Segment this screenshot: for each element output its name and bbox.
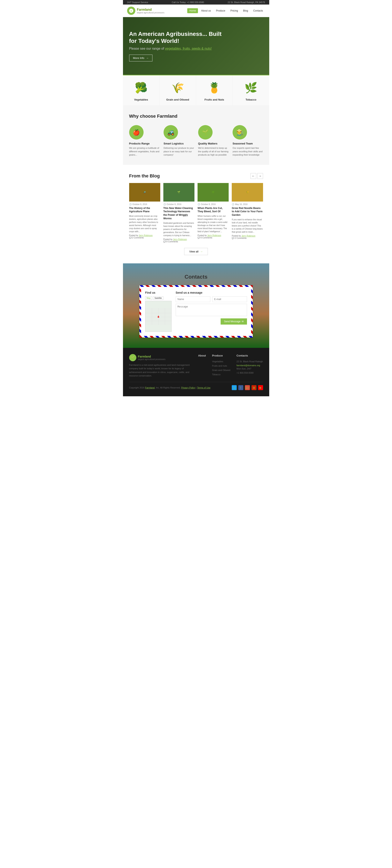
blog-post-3-excerpt: When humans suffer a cut, our blood coag… bbox=[198, 215, 229, 233]
blog-post-3-date: 🕐 October 8, 2016 bbox=[198, 203, 229, 206]
why-item-logistics: 🚜 Smart Logistics Delivering our produce… bbox=[164, 125, 194, 157]
footer-contacts-col: Contacts 22 St. Black Road Raleigh farml… bbox=[236, 354, 263, 378]
cat-label-tobacco: Tobacco bbox=[235, 98, 267, 101]
blog-post-2-comments: 0 Comments bbox=[166, 241, 178, 243]
seasoned-team-icon: 👨‍🌾 bbox=[233, 125, 247, 140]
map-tab-map[interactable]: Map bbox=[145, 296, 152, 300]
clock-icon-2: 🕐 bbox=[163, 203, 166, 206]
blog-post-4-image: 🌾 bbox=[232, 183, 263, 202]
contact-name-input[interactable] bbox=[176, 296, 210, 302]
products-range-icon: 🍎 bbox=[129, 125, 143, 140]
footer-privacy-link[interactable]: Privacy Policy bbox=[181, 386, 195, 389]
contact-email-input[interactable] bbox=[213, 296, 247, 302]
blog-post-3-comments: 0 Comments bbox=[201, 237, 213, 239]
find-us-title: Find us bbox=[145, 291, 172, 294]
nav-contacts[interactable]: Contacts bbox=[251, 8, 265, 13]
blog-section: From the Blog ← → 🚜 🕐 October 8, 2016 Th… bbox=[123, 165, 269, 264]
facebook-icon[interactable]: f bbox=[238, 385, 243, 390]
category-fruits[interactable]: 🍍 Fruits and Nuts bbox=[196, 75, 233, 105]
blog-next-button[interactable]: → bbox=[257, 173, 263, 179]
comment-icon: 💬 bbox=[129, 237, 132, 239]
why-item-logistics-desc: Delivering our produce to your place is … bbox=[164, 146, 194, 157]
footer-produce-link-4[interactable]: Tobacco bbox=[212, 373, 220, 376]
footer-contact-email[interactable]: farmland@domains.org bbox=[236, 364, 260, 367]
quality-matters-icon: 🌱 bbox=[198, 125, 213, 140]
category-vegetables[interactable]: 🥦 Vegetables bbox=[123, 75, 160, 105]
nav-pricing[interactable]: Pricing bbox=[228, 8, 240, 13]
nav-blog[interactable]: Blog bbox=[241, 8, 250, 13]
footer-terms-link[interactable]: Terms of Use bbox=[197, 386, 210, 389]
category-tobacco[interactable]: 🌿 Tobacco bbox=[233, 75, 269, 105]
hero-title: An American Agribusiness... Built for To… bbox=[129, 31, 222, 44]
youtube-icon[interactable]: ▶ bbox=[258, 385, 263, 390]
more-info-button[interactable]: More Info bbox=[129, 55, 153, 61]
footer-desc: Farmland is a mid-sized agribusiness and… bbox=[129, 363, 192, 378]
footer-produce-link-1[interactable]: Vegetables bbox=[212, 360, 223, 363]
footer-brand-link[interactable]: Farmland bbox=[145, 386, 155, 389]
blog-post-4-title[interactable]: Grow Red Noodle Beans to Add Color to Yo… bbox=[232, 207, 263, 217]
blog-post-2-title[interactable]: This New Water-Cleaning Technology Harne… bbox=[163, 207, 194, 220]
footer-produce-item-4: Tobacco bbox=[212, 373, 230, 376]
footer-contact-hours: Mon-Sun, 24/7 bbox=[236, 367, 263, 371]
blog-prev-button[interactable]: ← bbox=[251, 173, 256, 179]
send-message-button[interactable]: Send Message ✉ bbox=[221, 318, 247, 324]
blog-post-2-author[interactable]: Jerry Robinson bbox=[173, 238, 187, 241]
category-grain[interactable]: 🌾 Grain and Oilseed bbox=[159, 75, 196, 105]
tobacco-icon: 🌿 bbox=[240, 80, 261, 96]
footer-produce-link-3[interactable]: Grain and Oilseed bbox=[212, 369, 230, 371]
blog-post-3: 🌿 🕐 October 8, 2016 When Plants Are Cut,… bbox=[198, 183, 229, 243]
blog-post-4-author[interactable]: Jerry Robinson bbox=[241, 235, 255, 237]
footer-logo-col: 🌱 Farmland largest agricultural processo… bbox=[129, 354, 192, 378]
footer-contacts-title: Contacts bbox=[236, 354, 263, 357]
footer-produce-link-2[interactable]: Fruits and nuts bbox=[212, 365, 227, 367]
footer: 🌱 Farmland largest agricultural processo… bbox=[123, 348, 269, 396]
footer-logo-icon: 🌱 bbox=[129, 354, 136, 361]
why-item-products-title: Products Range bbox=[129, 142, 160, 145]
map-tab-satellite[interactable]: Satellite bbox=[153, 296, 163, 300]
footer-about-col: About bbox=[198, 354, 206, 378]
rss-icon[interactable]: ✿ bbox=[252, 385, 257, 390]
blog-nav: ← → bbox=[251, 173, 263, 179]
brand-tagline: largest agricultural processors bbox=[137, 11, 164, 14]
blog-post-1-excerpt: Most commonly known as crop dusters, agr… bbox=[129, 215, 160, 233]
footer-brand-name: Farmland bbox=[138, 355, 165, 358]
smart-logistics-icon: 🚜 bbox=[164, 125, 178, 140]
blog-title: From the Blog bbox=[129, 173, 160, 179]
footer-produce-title: Produce bbox=[212, 354, 230, 357]
blog-post-2: 🌱 🕐 October 8, 2016 This New Water-Clean… bbox=[163, 183, 194, 243]
blog-post-1-author[interactable]: Jerry Robinson bbox=[139, 234, 153, 237]
blog-post-3-author[interactable]: Jerry Robinson bbox=[207, 234, 221, 237]
footer-produce-list: Vegetables Fruits and nuts Grain and Oil… bbox=[212, 360, 230, 376]
footer-grid: 🌱 Farmland largest agricultural processo… bbox=[129, 354, 263, 378]
map-tabs: Map Satellite bbox=[145, 296, 172, 300]
nav-home[interactable]: Home bbox=[187, 8, 198, 13]
nav-produce[interactable]: Produce bbox=[214, 8, 227, 13]
view-all-button[interactable]: View all bbox=[184, 248, 208, 255]
view-all-container: View all bbox=[129, 248, 263, 255]
why-item-products: 🍎 Products Range We are growing a multit… bbox=[129, 125, 160, 157]
blog-post-2-image: 🌱 bbox=[163, 183, 194, 202]
blog-post-1-title[interactable]: The History of the Agriculture Plane bbox=[129, 207, 160, 214]
logo: Farmland largest agricultural processors bbox=[127, 7, 164, 15]
blog-post-1-date: 🕐 October 8, 2016 bbox=[129, 203, 160, 206]
googleplus-icon[interactable]: G+ bbox=[245, 385, 250, 390]
cat-label-fruits: Fruits and Nuts bbox=[198, 98, 230, 101]
nav-about[interactable]: About us bbox=[199, 8, 213, 13]
blog-post-2-excerpt: Dedicated gardeners and farmers have kno… bbox=[163, 221, 194, 237]
footer-produce-item-1: Vegetables bbox=[212, 360, 230, 363]
address-text: 22 St. Black Road Raleigh, PA 34578 bbox=[228, 1, 265, 3]
why-item-team: 👨‍🌾 Seasoned Team Our experts spent last… bbox=[233, 125, 263, 157]
blog-post-1-comments: 2 Comments bbox=[132, 237, 144, 239]
footer-contact-address: 22 St. Black Road Raleigh bbox=[236, 360, 263, 364]
contacts-section: Contacts Find us Map Satellite bbox=[123, 264, 269, 348]
contacts-inner: Find us Map Satellite bbox=[145, 291, 247, 332]
footer-contact-phone: +1 800.559.6580 bbox=[236, 371, 263, 375]
hero-content: An American Agribusiness... Built for To… bbox=[129, 31, 222, 61]
why-item-team-title: Seasoned Team bbox=[233, 142, 263, 145]
contact-message-input[interactable] bbox=[176, 304, 247, 316]
blog-post-3-title[interactable]: When Plants Are Cut, They Bleed, Sort Of bbox=[198, 207, 229, 214]
send-message-panel: Send us a message Send Message ✉ bbox=[176, 291, 247, 332]
hero-subtitle-link[interactable]: vegetables, fruits, seeds & nuts! bbox=[165, 47, 212, 50]
footer-logo-inner: 🌱 Farmland largest agricultural processo… bbox=[129, 354, 192, 361]
twitter-icon[interactable]: 𝕏 bbox=[232, 385, 237, 390]
